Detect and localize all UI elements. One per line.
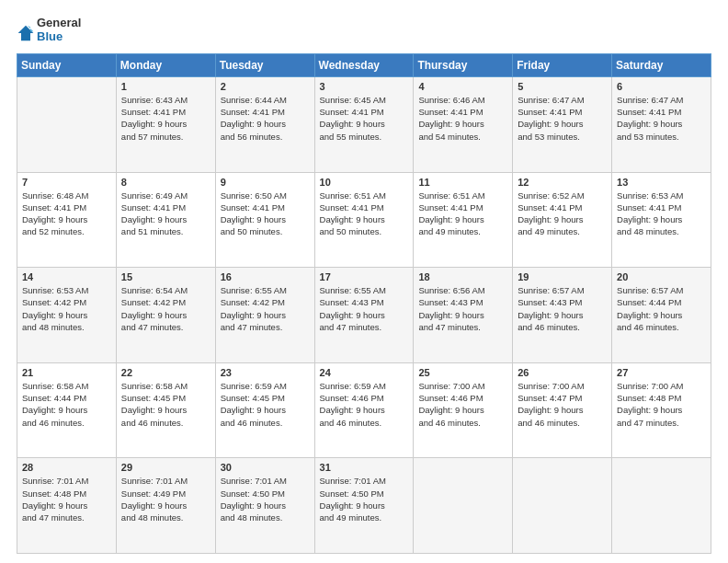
day-info: Sunrise: 7:01 AM Sunset: 4:49 PM Dayligh…: [121, 475, 210, 523]
col-header-saturday: Saturday: [612, 53, 711, 76]
calendar-table: SundayMondayTuesdayWednesdayThursdayFrid…: [17, 53, 711, 554]
logo-line2: Blue: [37, 30, 81, 44]
day-number: 12: [518, 177, 607, 188]
day-cell: 10Sunrise: 6:51 AM Sunset: 4:41 PM Dayli…: [314, 172, 414, 268]
day-info: Sunrise: 6:48 AM Sunset: 4:41 PM Dayligh…: [22, 190, 111, 238]
day-number: 25: [418, 367, 507, 378]
day-number: 15: [121, 271, 210, 282]
day-number: 7: [22, 177, 111, 188]
day-number: 18: [418, 271, 507, 282]
day-cell: 16Sunrise: 6:55 AM Sunset: 4:42 PM Dayli…: [215, 268, 314, 363]
day-cell: 17Sunrise: 6:55 AM Sunset: 4:43 PM Dayli…: [314, 268, 414, 363]
day-info: Sunrise: 6:57 AM Sunset: 4:44 PM Dayligh…: [617, 284, 706, 333]
header-row: SundayMondayTuesdayWednesdayThursdayFrid…: [17, 53, 711, 76]
day-info: Sunrise: 6:53 AM Sunset: 4:41 PM Dayligh…: [617, 190, 706, 238]
day-cell: 18Sunrise: 6:56 AM Sunset: 4:43 PM Dayli…: [414, 268, 513, 363]
day-number: 5: [518, 81, 607, 92]
day-number: 19: [518, 271, 607, 282]
day-info: Sunrise: 6:49 AM Sunset: 4:41 PM Dayligh…: [121, 190, 210, 238]
day-number: 17: [320, 271, 409, 282]
day-cell: 13Sunrise: 6:53 AM Sunset: 4:41 PM Dayli…: [612, 172, 711, 268]
day-info: Sunrise: 6:54 AM Sunset: 4:42 PM Dayligh…: [121, 284, 210, 333]
col-header-friday: Friday: [513, 53, 612, 76]
day-info: Sunrise: 6:53 AM Sunset: 4:42 PM Dayligh…: [22, 284, 111, 333]
day-info: Sunrise: 6:57 AM Sunset: 4:43 PM Dayligh…: [518, 284, 607, 333]
day-cell: 19Sunrise: 6:57 AM Sunset: 4:43 PM Dayli…: [513, 268, 612, 363]
day-number: 6: [617, 81, 706, 92]
day-cell: 2Sunrise: 6:44 AM Sunset: 4:41 PM Daylig…: [215, 76, 314, 172]
col-header-thursday: Thursday: [414, 53, 513, 76]
week-row-2: 7Sunrise: 6:48 AM Sunset: 4:41 PM Daylig…: [17, 172, 711, 268]
day-number: 23: [221, 367, 310, 378]
day-number: 20: [617, 271, 706, 282]
day-info: Sunrise: 6:56 AM Sunset: 4:43 PM Dayligh…: [418, 284, 507, 333]
day-cell: 21Sunrise: 6:58 AM Sunset: 4:44 PM Dayli…: [17, 362, 117, 458]
day-cell: 5Sunrise: 6:47 AM Sunset: 4:41 PM Daylig…: [513, 76, 612, 172]
day-info: Sunrise: 6:55 AM Sunset: 4:42 PM Dayligh…: [221, 284, 310, 333]
day-info: Sunrise: 7:01 AM Sunset: 4:48 PM Dayligh…: [22, 475, 111, 523]
day-number: 1: [121, 81, 210, 92]
col-header-sunday: Sunday: [17, 53, 117, 76]
day-cell: 25Sunrise: 7:00 AM Sunset: 4:46 PM Dayli…: [414, 362, 513, 458]
day-info: Sunrise: 6:55 AM Sunset: 4:43 PM Dayligh…: [320, 284, 409, 333]
day-cell: 29Sunrise: 7:01 AM Sunset: 4:49 PM Dayli…: [116, 458, 215, 554]
day-cell: 4Sunrise: 6:46 AM Sunset: 4:41 PM Daylig…: [414, 76, 513, 172]
day-info: Sunrise: 6:58 AM Sunset: 4:45 PM Dayligh…: [121, 380, 210, 429]
day-number: 30: [221, 462, 310, 473]
day-number: 27: [617, 367, 706, 378]
logo: General Blue: [17, 17, 81, 44]
day-number: 4: [418, 81, 507, 92]
day-number: 24: [320, 367, 409, 378]
day-number: 9: [221, 177, 310, 188]
day-cell: 24Sunrise: 6:59 AM Sunset: 4:46 PM Dayli…: [314, 362, 414, 458]
day-number: 29: [121, 462, 210, 473]
day-number: 8: [121, 177, 210, 188]
week-row-4: 21Sunrise: 6:58 AM Sunset: 4:44 PM Dayli…: [17, 362, 711, 458]
day-number: 16: [221, 271, 310, 282]
day-number: 28: [22, 462, 111, 473]
day-number: 3: [320, 81, 409, 92]
day-info: Sunrise: 7:01 AM Sunset: 4:50 PM Dayligh…: [320, 475, 409, 523]
day-info: Sunrise: 6:51 AM Sunset: 4:41 PM Dayligh…: [320, 190, 409, 238]
day-number: 14: [22, 271, 111, 282]
day-number: 21: [22, 367, 111, 378]
day-info: Sunrise: 7:00 AM Sunset: 4:48 PM Dayligh…: [617, 380, 706, 429]
day-number: 10: [320, 177, 409, 188]
col-header-monday: Monday: [116, 53, 215, 76]
day-info: Sunrise: 6:59 AM Sunset: 4:45 PM Dayligh…: [221, 380, 310, 429]
week-row-5: 28Sunrise: 7:01 AM Sunset: 4:48 PM Dayli…: [17, 458, 711, 554]
day-cell: 27Sunrise: 7:00 AM Sunset: 4:48 PM Dayli…: [612, 362, 711, 458]
day-cell: 28Sunrise: 7:01 AM Sunset: 4:48 PM Dayli…: [17, 458, 117, 554]
day-cell: 23Sunrise: 6:59 AM Sunset: 4:45 PM Dayli…: [215, 362, 314, 458]
day-cell: 1Sunrise: 6:43 AM Sunset: 4:41 PM Daylig…: [116, 76, 215, 172]
day-cell: 22Sunrise: 6:58 AM Sunset: 4:45 PM Dayli…: [116, 362, 215, 458]
day-number: 2: [221, 81, 310, 92]
day-info: Sunrise: 7:00 AM Sunset: 4:46 PM Dayligh…: [418, 380, 507, 429]
day-cell: 11Sunrise: 6:51 AM Sunset: 4:41 PM Dayli…: [414, 172, 513, 268]
header: General Blue: [17, 17, 711, 44]
day-cell: 7Sunrise: 6:48 AM Sunset: 4:41 PM Daylig…: [17, 172, 117, 268]
day-cell: 14Sunrise: 6:53 AM Sunset: 4:42 PM Dayli…: [17, 268, 117, 363]
col-header-wednesday: Wednesday: [314, 53, 414, 76]
day-cell: 8Sunrise: 6:49 AM Sunset: 4:41 PM Daylig…: [116, 172, 215, 268]
day-cell: 31Sunrise: 7:01 AM Sunset: 4:50 PM Dayli…: [314, 458, 414, 554]
col-header-tuesday: Tuesday: [215, 53, 314, 76]
day-info: Sunrise: 6:46 AM Sunset: 4:41 PM Dayligh…: [418, 94, 507, 143]
day-cell: 3Sunrise: 6:45 AM Sunset: 4:41 PM Daylig…: [314, 76, 414, 172]
day-info: Sunrise: 6:47 AM Sunset: 4:41 PM Dayligh…: [617, 94, 706, 143]
day-cell: [414, 458, 513, 554]
day-number: 22: [121, 367, 210, 378]
day-cell: 20Sunrise: 6:57 AM Sunset: 4:44 PM Dayli…: [612, 268, 711, 363]
day-info: Sunrise: 6:43 AM Sunset: 4:41 PM Dayligh…: [121, 94, 210, 143]
day-info: Sunrise: 6:58 AM Sunset: 4:44 PM Dayligh…: [22, 380, 111, 429]
page: General Blue SundayMondayTuesdayWednesda…: [0, 0, 728, 563]
week-row-3: 14Sunrise: 6:53 AM Sunset: 4:42 PM Dayli…: [17, 268, 711, 363]
day-cell: 15Sunrise: 6:54 AM Sunset: 4:42 PM Dayli…: [116, 268, 215, 363]
day-cell: 30Sunrise: 7:01 AM Sunset: 4:50 PM Dayli…: [215, 458, 314, 554]
day-number: 31: [320, 462, 409, 473]
logo-icon: [17, 24, 35, 42]
day-cell: [17, 76, 117, 172]
day-info: Sunrise: 6:52 AM Sunset: 4:41 PM Dayligh…: [518, 190, 607, 238]
day-cell: 6Sunrise: 6:47 AM Sunset: 4:41 PM Daylig…: [612, 76, 711, 172]
logo-line1: General: [37, 17, 81, 30]
